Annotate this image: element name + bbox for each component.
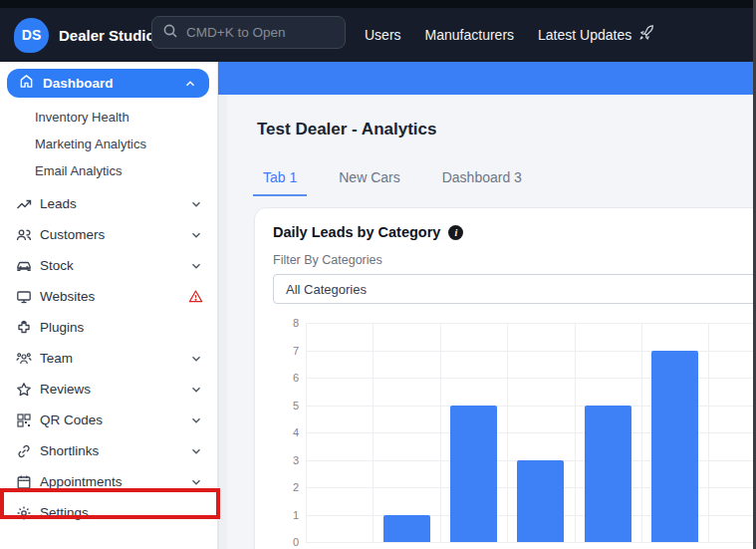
rocket-icon <box>638 25 655 45</box>
brand-name: Dealer Studio <box>59 27 155 44</box>
nav-manufacturers[interactable]: Manufacturers <box>425 27 514 43</box>
global-search[interactable] <box>151 16 346 49</box>
qr-icon <box>15 412 32 428</box>
y-axis-tick: 7 <box>273 345 299 357</box>
sidebar-item-websites[interactable]: Websites <box>0 281 217 312</box>
gridline <box>708 323 709 542</box>
chevron-down-icon <box>189 383 203 397</box>
monitor-icon <box>15 289 32 305</box>
chevron-down-icon <box>189 444 203 458</box>
chevron-down-icon <box>189 197 203 211</box>
tab-bar: Tab 1 New Cars Dashboard 3 <box>253 169 756 196</box>
gridline <box>575 323 576 542</box>
main-pane: Test Dealer - Analytics Tab 1 New Cars D… <box>218 62 756 549</box>
puzzle-icon <box>15 320 32 336</box>
sidebar: Dashboard Inventory Health Marketing Ana… <box>0 62 218 549</box>
y-axis-tick: 2 <box>273 481 299 493</box>
dashboard-submenu: Inventory Health Marketing Analytics Ema… <box>0 104 217 184</box>
sidebar-item-customers[interactable]: Customers <box>0 219 217 250</box>
gridline <box>306 323 307 542</box>
brand-logo-initials: DS <box>22 27 41 43</box>
y-axis-tick: 8 <box>273 317 299 329</box>
sidebar-item-appointments[interactable]: Appointments <box>0 466 217 497</box>
chevron-down-icon <box>189 413 203 427</box>
home-icon <box>19 74 34 93</box>
sidebar-item-team[interactable]: Team <box>0 343 217 374</box>
link-icon <box>15 443 32 459</box>
tab-new-cars[interactable]: New Cars <box>329 169 409 196</box>
sidebar-item-qr-codes[interactable]: QR Codes <box>0 405 217 435</box>
bar-value-5[interactable] <box>585 406 631 543</box>
filter-label: Filter By Categories <box>273 253 756 267</box>
gear-icon <box>15 505 32 521</box>
team-icon <box>15 351 32 367</box>
y-axis-tick: 6 <box>273 372 299 384</box>
search-input[interactable] <box>186 25 326 40</box>
brand-logo[interactable]: DS <box>14 18 49 53</box>
y-axis-tick: 5 <box>273 400 299 412</box>
warning-icon <box>188 289 203 304</box>
chevron-up-icon <box>183 77 197 91</box>
bar-value-7[interactable] <box>651 351 698 543</box>
chart-plot-area <box>306 323 756 542</box>
sidebar-subitem-inventory-health[interactable]: Inventory Health <box>0 104 217 131</box>
daily-leads-bar-chart: 012345678 <box>273 319 756 549</box>
gridline <box>641 323 642 542</box>
scrollbar-track[interactable] <box>218 95 227 549</box>
gridline <box>440 323 441 542</box>
gridline <box>306 542 756 543</box>
users-icon <box>15 227 32 243</box>
search-icon <box>162 23 178 43</box>
gridline <box>373 323 374 542</box>
bar-value-5[interactable] <box>450 406 497 543</box>
car-icon <box>15 258 32 274</box>
sidebar-item-settings[interactable]: Settings <box>0 497 217 528</box>
sidebar-item-plugins[interactable]: Plugins <box>0 312 217 343</box>
sidebar-subitem-email-analytics[interactable]: Email Analytics <box>0 157 217 184</box>
y-axis-tick: 4 <box>273 426 299 438</box>
bar-value-3[interactable] <box>517 460 564 543</box>
nav-latest-updates[interactable]: Latest Updates <box>538 25 655 45</box>
sidebar-item-reviews[interactable]: Reviews <box>0 374 217 405</box>
y-axis-tick: 1 <box>273 509 299 521</box>
sidebar-item-stock[interactable]: Stock <box>0 250 217 281</box>
info-icon[interactable]: i <box>448 225 463 240</box>
page-title: Test Dealer - Analytics <box>257 120 756 139</box>
chevron-down-icon <box>189 475 203 489</box>
bar-value-1[interactable] <box>383 515 430 543</box>
top-bar: DS Dealer Studio Users Manufacturers Lat… <box>0 0 756 62</box>
y-axis-tick: 0 <box>273 536 299 548</box>
daily-leads-card: Daily Leads by Category i Filter By Cate… <box>254 207 756 549</box>
trend-up-icon <box>15 196 32 212</box>
sidebar-item-leads[interactable]: Leads <box>0 188 217 219</box>
sidebar-item-shortlinks[interactable]: Shortlinks <box>0 435 217 466</box>
gridline <box>507 323 508 542</box>
top-navigation: Users Manufacturers Latest Updates <box>365 8 655 62</box>
star-icon <box>15 382 32 398</box>
calendar-icon <box>15 474 32 490</box>
tab-dashboard-3[interactable]: Dashboard 3 <box>432 169 532 196</box>
main-content: Test Dealer - Analytics Tab 1 New Cars D… <box>227 95 756 549</box>
chevron-down-icon <box>189 352 203 366</box>
tab-1[interactable]: Tab 1 <box>253 169 307 196</box>
blue-header-bar <box>218 62 756 95</box>
chevron-down-icon <box>189 228 203 242</box>
sidebar-item-dashboard[interactable]: Dashboard <box>7 69 209 98</box>
chevron-down-icon <box>189 259 203 273</box>
y-axis-tick: 3 <box>273 454 299 466</box>
categories-select[interactable]: All Categories <box>273 274 756 304</box>
nav-users[interactable]: Users <box>365 27 401 43</box>
card-title: Daily Leads by Category <box>273 224 440 240</box>
sidebar-subitem-marketing-analytics[interactable]: Marketing Analytics <box>0 131 217 157</box>
sidebar-item-label: Dashboard <box>43 76 183 91</box>
